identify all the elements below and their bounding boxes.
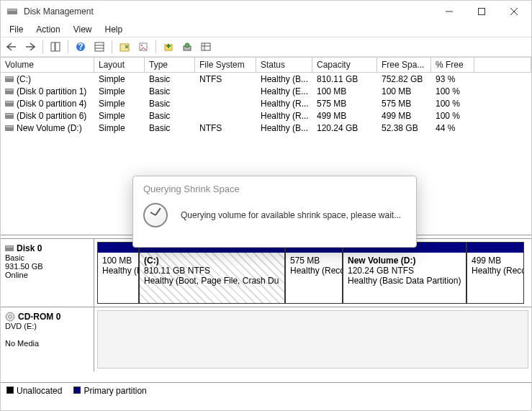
partition-title: (C:) — [144, 256, 159, 266]
volume-layout: Simple — [94, 86, 145, 96]
volume-row[interactable]: New Volume (D:)SimpleBasicNTFSHealthy (B… — [1, 122, 531, 134]
window-controls — [433, 1, 530, 22]
help-button[interactable]: ? — [73, 39, 89, 55]
close-button[interactable] — [497, 1, 530, 22]
svg-rect-15 — [140, 43, 147, 50]
partition-status: Healthy (E — [102, 266, 138, 276]
volume-name: (Disk 0 partition 6) — [17, 111, 86, 121]
svg-rect-20 — [202, 43, 210, 50]
disk-icon — [5, 76, 14, 82]
volume-capacity: 120.24 GB — [312, 123, 377, 133]
disk-info[interactable]: Disk 0Basic931.50 GBOnline — [1, 239, 94, 307]
volume-type: Basic — [145, 86, 195, 96]
col-volume[interactable]: Volume — [1, 58, 94, 72]
attach-vhd-button[interactable] — [179, 39, 195, 55]
clock-icon — [143, 203, 168, 227]
menu-help[interactable]: Help — [99, 23, 129, 36]
disk-size: 931.50 GB — [5, 262, 89, 271]
dialog-message: Querying volume for available shrink spa… — [181, 210, 401, 220]
partition[interactable]: 499 MBHealthy (Reco — [466, 242, 524, 304]
volume-status: Healthy (E... — [256, 86, 312, 96]
partition-header — [467, 243, 523, 253]
volume-free: 52.38 GB — [377, 123, 431, 133]
svg-rect-1 — [8, 9, 17, 11]
legend-unallocated-label: Unallocated — [17, 386, 62, 396]
partition[interactable]: 575 MBHealthy (Reco — [285, 242, 343, 304]
settings-button[interactable] — [91, 39, 107, 55]
separator — [112, 40, 112, 53]
partition[interactable]: (C:)810.11 GB NTFSHealthy (Boot, Page Fi… — [139, 242, 285, 304]
window-title: Disk Management — [24, 6, 433, 17]
refresh-button[interactable] — [117, 39, 132, 55]
volume-row[interactable]: (Disk 0 partition 1)SimpleBasicHealthy (… — [1, 85, 531, 97]
disk-status: Online — [5, 271, 89, 279]
list-view-button[interactable] — [198, 39, 214, 55]
col-layout[interactable]: Layout — [94, 58, 145, 72]
col-type[interactable]: Type — [145, 58, 195, 72]
disk-name: Disk 0 — [17, 243, 42, 253]
col-free-space[interactable]: Free Spa... — [377, 58, 431, 72]
volume-name: (Disk 0 partition 4) — [17, 99, 86, 109]
volume-status: Healthy (B... — [256, 74, 312, 84]
volume-free: 752.82 GB — [377, 74, 431, 84]
separator — [68, 40, 68, 53]
create-vhd-button[interactable] — [161, 39, 176, 55]
volume-pct: 100 % — [431, 111, 474, 121]
col-percent-free[interactable]: % Free — [431, 58, 474, 72]
dialog-title: Querying Shrink Space — [133, 176, 416, 197]
shrink-dialog: Querying Shrink Space Querying volume fo… — [132, 176, 417, 248]
volume-type: Basic — [145, 111, 195, 121]
menu-action[interactable]: Action — [30, 23, 66, 36]
volume-status: Healthy (B... — [256, 123, 312, 133]
svg-point-16 — [141, 45, 143, 46]
col-blank[interactable] — [474, 58, 531, 72]
svg-point-24 — [9, 315, 12, 318]
back-button[interactable] — [4, 39, 19, 55]
properties-button[interactable] — [135, 39, 151, 55]
volume-name: (C:) — [17, 74, 31, 84]
separator — [42, 40, 43, 53]
svg-rect-11 — [95, 42, 104, 51]
titlebar: Disk Management — [1, 1, 531, 22]
disk-icon — [5, 113, 14, 119]
disk-info[interactable]: CD-ROM 0DVD (E:)No Media — [1, 307, 94, 371]
volume-capacity: 810.11 GB — [312, 74, 377, 84]
partition-title: New Volume (D:) — [348, 256, 415, 266]
disk-status: No Media — [5, 339, 89, 348]
forward-button[interactable] — [22, 39, 38, 55]
volume-list-header[interactable]: Volume Layout Type File System Status Ca… — [1, 57, 531, 73]
disk-icon — [5, 89, 14, 94]
menubar: File Action View Help — [1, 22, 531, 37]
maximize-button[interactable] — [465, 1, 497, 22]
partition-size: 499 MB — [472, 256, 501, 266]
legend: Unallocated Primary partition — [1, 382, 531, 398]
app-icon — [6, 6, 18, 17]
volume-name: (Disk 0 partition 1) — [17, 86, 86, 96]
volume-capacity: 100 MB — [312, 86, 377, 96]
swatch-black-icon — [6, 387, 14, 394]
partition[interactable]: New Volume (D:)120.24 GB NTFSHealthy (Ba… — [343, 242, 466, 304]
volume-type: Basic — [145, 123, 195, 133]
partition-size: 120.24 GB NTFS — [348, 266, 414, 276]
volume-row[interactable]: (C:)SimpleBasicNTFSHealthy (B...810.11 G… — [1, 73, 531, 85]
disk-row: CD-ROM 0DVD (E:)No Media — [1, 307, 531, 371]
svg-rect-8 — [55, 42, 60, 51]
col-file-system[interactable]: File System — [195, 58, 256, 72]
legend-primary-label: Primary partition — [84, 386, 146, 396]
partition[interactable]: 100 MBHealthy (E — [97, 242, 139, 304]
col-status[interactable]: Status — [256, 58, 312, 72]
menu-file[interactable]: File — [4, 23, 29, 36]
toolbar: ? — [1, 37, 531, 57]
show-hide-tree-button[interactable] — [48, 39, 63, 55]
volume-layout: Simple — [94, 111, 145, 121]
volume-row[interactable]: (Disk 0 partition 4)SimpleBasicHealthy (… — [1, 97, 531, 109]
menu-view[interactable]: View — [68, 23, 98, 36]
disk-icon — [5, 101, 14, 107]
col-capacity[interactable]: Capacity — [312, 58, 377, 72]
disk-type: DVD (E:) — [5, 322, 89, 330]
minimize-button[interactable] — [433, 1, 465, 22]
volume-type: Basic — [145, 74, 195, 84]
graphical-view: Disk 0Basic931.50 GBOnline100 MBHealthy … — [1, 238, 531, 382]
volume-row[interactable]: (Disk 0 partition 6)SimpleBasicHealthy (… — [1, 109, 531, 122]
empty-partition-area — [97, 310, 528, 369]
